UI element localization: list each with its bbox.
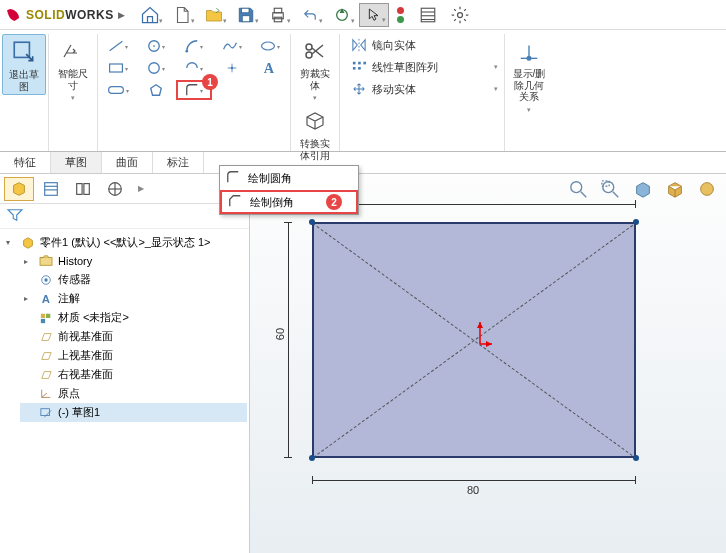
svg-point-16	[262, 42, 275, 50]
trim-entities-button[interactable]: 剪裁实 体 ▾	[293, 34, 337, 104]
svg-point-15	[185, 50, 188, 53]
callout-badge-1: 1	[202, 74, 218, 90]
config-tab[interactable]	[68, 177, 98, 201]
feature-tree-tab[interactable]	[4, 177, 34, 201]
zoom-fit-icon[interactable]	[564, 176, 594, 202]
fillet-dropdown-menu: 绘制圆角 绘制倒角 2	[219, 165, 359, 215]
tab-features[interactable]: 特征	[0, 152, 51, 173]
svg-line-12	[110, 41, 123, 51]
tab-sketch[interactable]: 草图	[51, 152, 102, 173]
command-manager-tabs: 特征 草图 曲面 标注	[0, 152, 726, 174]
expand-tab[interactable]: ▶	[132, 177, 150, 201]
fillet-tool-split[interactable]: ▾ 1	[176, 80, 212, 100]
svg-point-50	[44, 278, 47, 281]
svg-rect-53	[46, 313, 50, 317]
rebuild-icon[interactable]: ▾	[327, 3, 357, 27]
mirror-entities-button[interactable]: 镜向实体	[346, 34, 502, 56]
svg-rect-40	[45, 182, 58, 195]
tree-annotations[interactable]: ▸A注解	[20, 289, 247, 308]
move-entities-button[interactable]: 移动实体▾	[346, 78, 502, 100]
tab-surface[interactable]: 曲面	[102, 152, 153, 173]
svg-rect-35	[353, 67, 356, 70]
slot-tool[interactable]: ▾	[100, 80, 136, 100]
print-icon[interactable]: ▾	[263, 3, 293, 27]
svg-point-26	[306, 52, 312, 58]
svg-line-63	[613, 192, 618, 197]
scene-icon[interactable]	[692, 176, 722, 202]
rectangle-tool[interactable]: ▾	[100, 58, 136, 78]
filter-icon[interactable]	[0, 204, 249, 229]
sketch-chamfer-item[interactable]: 绘制倒角 2	[220, 190, 358, 214]
sketch-origin-icon	[472, 320, 494, 350]
circle-perimeter-tool[interactable]: ▾	[138, 58, 174, 78]
tree-sketch1[interactable]: (-) 草图1	[20, 403, 247, 422]
tree-history[interactable]: ▸History	[20, 252, 247, 270]
svg-point-14	[153, 45, 155, 47]
display-style-icon[interactable]	[660, 176, 690, 202]
svg-line-57	[42, 393, 47, 397]
line-tool[interactable]: ▾	[100, 36, 136, 56]
svg-point-60	[571, 182, 582, 193]
svg-rect-52	[41, 313, 45, 317]
tree-sensors[interactable]: 传感器	[20, 270, 247, 289]
point-tool[interactable]	[214, 58, 250, 78]
dim-width: 80	[467, 484, 479, 496]
arc-tool[interactable]: ▾	[176, 36, 212, 56]
zoom-area-icon[interactable]	[596, 176, 626, 202]
sketch-fillet-item[interactable]: 绘制圆角	[220, 166, 358, 190]
svg-point-39	[527, 57, 531, 61]
svg-text:A: A	[264, 60, 275, 76]
svg-line-61	[581, 192, 586, 197]
svg-rect-58	[41, 408, 50, 415]
tree-top-plane[interactable]: 上视基准面	[20, 346, 247, 365]
svg-rect-4	[274, 17, 282, 22]
home-icon[interactable]: ▾	[135, 3, 165, 27]
tree-right-plane[interactable]: 右视基准面	[20, 365, 247, 384]
smart-dimension-button[interactable]: 智能尺 寸 ▾	[51, 34, 95, 104]
status-lights	[391, 1, 411, 29]
svg-rect-3	[274, 8, 282, 13]
property-tab[interactable]	[36, 177, 66, 201]
circle-tool[interactable]: ▾	[138, 36, 174, 56]
app-logo: SOLIDWORKS	[4, 6, 114, 24]
tree-front-plane[interactable]: 前视基准面	[20, 327, 247, 346]
svg-rect-23	[109, 87, 124, 94]
save-icon[interactable]: ▾	[231, 3, 261, 27]
tree-origin[interactable]: 原点	[20, 384, 247, 403]
select-icon[interactable]: ▾	[359, 3, 389, 27]
linear-pattern-button[interactable]: 线性草图阵列▾	[346, 56, 502, 78]
tree-material[interactable]: 材质 <未指定>	[20, 308, 247, 327]
svg-rect-48	[40, 258, 52, 266]
tree-root[interactable]: ▾零件1 (默认) <<默认>_显示状态 1>	[2, 233, 247, 252]
spline-tool[interactable]: ▾	[214, 36, 250, 56]
svg-point-10	[457, 12, 462, 17]
tab-annotation[interactable]: 标注	[153, 152, 204, 173]
graphics-viewport[interactable]: 60 80	[250, 174, 726, 553]
svg-point-65	[701, 183, 714, 196]
convert-entities-button[interactable]: 转换实 体引用 ▾	[293, 104, 337, 174]
svg-rect-36	[358, 67, 361, 70]
app-menu-dropdown[interactable]: ▶	[118, 10, 125, 20]
polygon-tool[interactable]	[138, 80, 174, 100]
callout-badge-2: 2	[326, 194, 342, 210]
svg-point-62	[603, 182, 614, 193]
new-icon[interactable]: ▾	[167, 3, 197, 27]
exit-sketch-button[interactable]: 退出草 图	[2, 34, 46, 95]
svg-rect-32	[353, 62, 356, 65]
dim-height: 60	[274, 328, 286, 340]
svg-rect-33	[358, 62, 361, 65]
ellipse-tool[interactable]: ▾	[252, 36, 288, 56]
view-orientation-icon[interactable]	[628, 176, 658, 202]
text-tool[interactable]: A	[252, 58, 288, 78]
dimxpert-tab[interactable]	[100, 177, 130, 201]
svg-rect-0	[241, 8, 249, 13]
svg-point-25	[306, 44, 312, 50]
sketch-tools-grid: ▾ ▾ ▾ ▾ ▾ ▾ ▾ ▾ A ▾ ▾ 1	[100, 34, 288, 100]
list-icon[interactable]	[413, 3, 443, 27]
undo-icon[interactable]: ▾	[295, 3, 325, 27]
svg-rect-34	[363, 62, 366, 65]
svg-rect-1	[242, 15, 250, 21]
open-icon[interactable]: ▾	[199, 3, 229, 27]
show-relations-button[interactable]: 显示/删 除几何 关系 ▾	[507, 34, 551, 116]
settings-icon[interactable]	[445, 3, 475, 27]
